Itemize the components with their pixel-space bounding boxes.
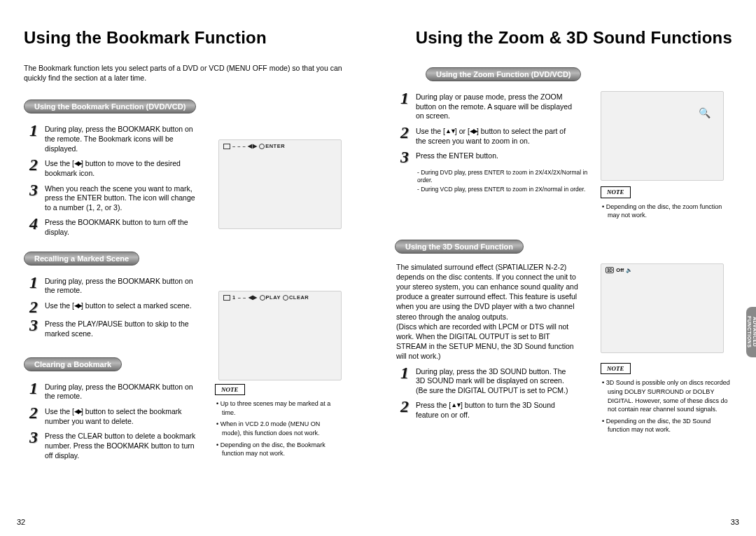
clear-icon: [283, 295, 288, 301]
step-2: 2Use the [◀▶] button to move to the desi…: [29, 158, 201, 178]
osd-bar-2: 1 – – ◀▶ PLAY CLEAR: [223, 294, 309, 301]
step-4: 4Press the BOOKMARK button to turn off t…: [29, 217, 201, 237]
badge-3d-icon: 3D: [606, 267, 614, 273]
heading-clear: Clearing a Bookmark: [24, 357, 122, 371]
left-right-icon: ◀▶: [470, 128, 477, 135]
bookmark-icon: [223, 144, 230, 149]
screen-3d: 3D Off 🔈: [601, 263, 724, 353]
left-right-icon: ◀▶: [74, 408, 81, 415]
screen-bookmark-marked: 1 – – ◀▶ PLAY CLEAR: [218, 291, 342, 380]
subnote: - During VCD play, press ENTER to zoom i…: [417, 186, 591, 193]
step-2: 2Use the [◀▶] button to select a marked …: [29, 300, 201, 314]
speaker-icon: 🔈: [626, 267, 632, 273]
note-box-zoom: NOTE Depending on the disc, the zoom fun…: [601, 186, 732, 220]
note-box-3d: NOTE 3D Sound is possible only on discs …: [601, 363, 732, 434]
up-down-icon: ▲▼: [445, 128, 455, 135]
note-item: When in VCD 2.0 mode (MENU ON mode), thi…: [215, 420, 334, 437]
heading-bookmark-fn: Using the Bookmark Function (DVD/VCD): [24, 99, 196, 114]
step-3: 3Press the CLEAR button to delete a book…: [29, 430, 201, 460]
heading-zoom: Using the Zoom Function (DVD/VCD): [426, 67, 581, 81]
note-header: NOTE: [601, 186, 631, 198]
magnifier-icon: 🔍: [699, 107, 710, 118]
left-right-icon: ◀▶: [248, 143, 257, 149]
screen-bookmark-empty: – – – ◀▶ ENTER: [218, 139, 342, 229]
note-item: 3D Sound is possible only on discs recor…: [601, 378, 732, 413]
up-down-icon: ▲▼: [451, 401, 461, 408]
osd-bar-1: – – – ◀▶ ENTER: [223, 143, 285, 149]
left-right-icon: ◀▶: [74, 302, 81, 309]
steps-clear: 1During play, press the BOOKMARK button …: [24, 378, 202, 465]
osd-3d: 3D Off 🔈: [606, 267, 632, 273]
step-3: 3Press the ENTER button.: [400, 150, 572, 164]
note-item: Up to three scenes may be marked at a ti…: [215, 399, 334, 417]
page-number: 33: [731, 518, 739, 526]
step-2: 2Press the [▲▼] button to turn the 3D So…: [400, 399, 572, 420]
step-3: 3Press the PLAY/PAUSE button to skip to …: [29, 318, 201, 338]
zoom-subnotes: - During DVD play, press ENTER to zoom i…: [417, 169, 591, 193]
note-item: Depending on the disc, the 3D Sound func…: [601, 417, 732, 434]
note-item: Depending on the disc, the Bookmark func…: [215, 441, 334, 458]
steps-3d: 1During play, press the 3D SOUND button.…: [395, 366, 591, 420]
subnote: - During DVD play, press ENTER to zoom i…: [417, 169, 591, 184]
page-title-left: Using the Bookmark Function: [24, 28, 361, 48]
page-33: Using the Zoom & 3D Sound Functions Usin…: [378, 0, 756, 536]
page-title-right: Using the Zoom & 3D Sound Functions: [395, 28, 732, 48]
heading-recall: Recalling a Marked Scene: [24, 252, 139, 266]
step-1: 1During play, press the 3D SOUND button.…: [400, 366, 572, 396]
left-right-icon: ◀▶: [74, 160, 81, 167]
page-32: Using the Bookmark Function The Bookmark…: [0, 0, 378, 536]
play-icon: [260, 295, 265, 301]
page-number: 32: [17, 518, 25, 526]
step-3: 3When you reach the scene you want to ma…: [29, 183, 201, 213]
step-1: 1During play, press the BOOKMARK button …: [29, 381, 201, 401]
note-header: NOTE: [215, 384, 245, 396]
left-right-icon: ◀▶: [248, 294, 258, 301]
intro-text: The Bookmark function lets you select pa…: [24, 63, 346, 83]
bookmark-icon: [223, 295, 230, 301]
para-3d: The simulated surround effect (SPATIALIZ…: [396, 262, 582, 362]
note-box-left: NOTE Up to three scenes may be marked at…: [215, 384, 334, 465]
side-tab-advanced: ADVANCED FUNCTIONS: [746, 307, 756, 357]
screen-zoom: 🔍: [601, 91, 724, 181]
note-item: Depending on the disc, the zoom function…: [601, 202, 732, 220]
step-1: 1During play, press the BOOKMARK button …: [29, 123, 201, 153]
step-1: 1During play, press the BOOKMARK button …: [29, 275, 201, 296]
step-1: 1During play or pause mode, press the ZO…: [400, 91, 572, 121]
steps-zoom: 1During play or pause mode, press the ZO…: [395, 91, 591, 165]
step-2: 2Use the [◀▶] button to select the bookm…: [29, 406, 201, 426]
two-page-spread: Using the Bookmark Function The Bookmark…: [0, 0, 756, 536]
note-header: NOTE: [601, 363, 631, 375]
step-2: 2Use the [▲▼] or [◀▶] button to select t…: [400, 125, 572, 146]
heading-3d: Using the 3D Sound Function: [395, 240, 524, 254]
enter-icon: [259, 144, 265, 149]
